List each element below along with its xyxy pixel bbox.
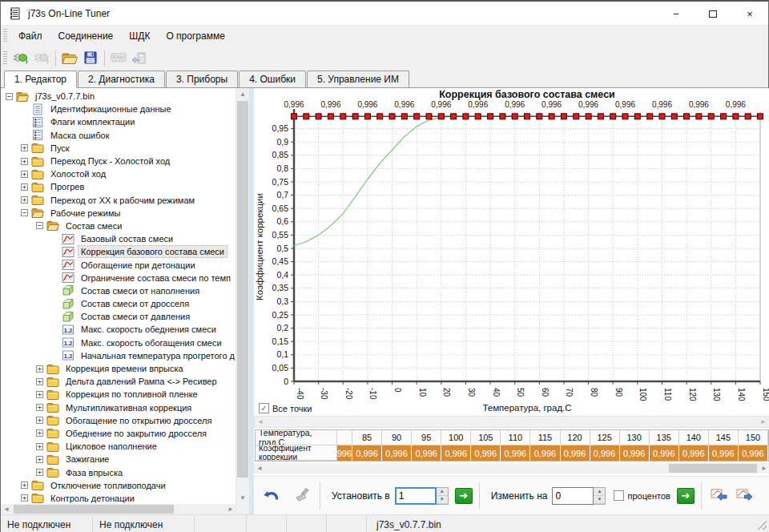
tree-item-label[interactable]: Обогащение по открытию дросселя [63, 415, 214, 426]
tree-item[interactable]: Ограничение состава смеси по темп [1, 272, 236, 284]
tree-item[interactable]: +Фаза впрыска [1, 466, 236, 478]
tree-item[interactable]: −j73s_v0.7.7.bin [1, 90, 236, 103]
save-file-button[interactable] [80, 49, 101, 68]
expand-icon[interactable]: + [21, 171, 28, 178]
tree-item[interactable]: Базовый состав смеси [1, 232, 236, 245]
tree-item-label[interactable]: Переход от ХХ к рабочим режимам [48, 195, 197, 206]
tree-item[interactable]: +Обеднение по закрытию дросселя [1, 427, 236, 440]
table-cell[interactable]: 0,996 [471, 445, 501, 461]
maximize-button[interactable] [695, 2, 731, 26]
tree-item[interactable]: Состав смеси от давления [1, 310, 236, 323]
all-points-checkbox[interactable]: ✓ Все точки [259, 403, 312, 413]
collapse-icon[interactable]: − [6, 93, 13, 100]
tree-item-label[interactable]: Дельта давлений Рампа <-> Ресивер [63, 376, 219, 387]
expand-icon[interactable]: + [36, 443, 43, 450]
tree-vertical-scrollbar[interactable]: ▲ ▼ [236, 88, 249, 514]
scroll-right-icon[interactable]: ► [759, 463, 769, 474]
spin-down-icon[interactable]: ▼ [594, 496, 605, 504]
checkbox-checked-icon[interactable]: ✓ [259, 403, 269, 413]
change-by-input[interactable] [552, 487, 594, 505]
menu-item-2[interactable]: ШДК [121, 27, 158, 45]
expand-icon[interactable]: + [21, 183, 28, 191]
tree-item[interactable]: +Прогрев [1, 180, 236, 193]
scroll-left-icon[interactable]: ◄ [255, 417, 266, 427]
table-cell[interactable]: 0,996 [561, 445, 590, 461]
tab-5[interactable]: 5. Управление ИМ [307, 71, 409, 87]
tree-item-label[interactable]: Состав смеси [63, 220, 124, 232]
tree-item-label[interactable]: Идентификационные данные [48, 103, 174, 115]
tree-item[interactable]: +Контроль детонации [1, 492, 236, 504]
tab-3[interactable]: 3. Приборы [166, 71, 238, 87]
expand-icon[interactable]: + [36, 469, 43, 476]
tree-item-label[interactable]: Зажигание [63, 453, 112, 465]
tree-item[interactable]: Маска ошибок [1, 129, 236, 142]
tree-item[interactable]: 1.2Начальная температура прогретого д [1, 349, 236, 362]
tree-item[interactable]: Состав смеси от дросселя [1, 297, 236, 310]
table-cell[interactable]: 0,996 [709, 445, 739, 461]
tree-item-label[interactable]: Маска ошибок [48, 130, 111, 141]
tree-item[interactable]: +Дельта давлений Рампа <-> Ресивер [1, 375, 236, 388]
expand-icon[interactable]: + [21, 494, 28, 502]
table-cell-clipped[interactable]: 0,996 [337, 445, 352, 461]
spin-down-icon[interactable]: ▼ [437, 496, 448, 504]
menu-item-1[interactable]: Соединение [50, 27, 122, 45]
tree-item-label[interactable]: Отключение топливоподачи [48, 480, 168, 491]
scroll-left-icon[interactable]: ◄ [1, 504, 12, 514]
expand-icon[interactable]: + [36, 391, 43, 398]
tree-item-label[interactable]: Коррекция по топливной пленке [63, 389, 200, 400]
tree-item-label[interactable]: Рабочие режимы [48, 208, 123, 219]
table-cell[interactable]: 0,996 [412, 445, 441, 461]
spin-up-icon[interactable]: ▲ [437, 488, 448, 496]
tree-horizontal-scrollbar[interactable]: ◄ ► [1, 504, 236, 514]
tree-hscroll-thumb[interactable] [14, 505, 174, 514]
tree-item[interactable]: 1.2Макс. скорость обеднения смеси [1, 323, 236, 336]
expand-icon[interactable]: + [21, 482, 28, 489]
spin-up-icon[interactable]: ▲ [594, 488, 605, 496]
tree-item-label[interactable]: Обеднение по закрытию дросселя [63, 428, 209, 439]
collapse-icon[interactable]: − [21, 209, 28, 216]
table-cell[interactable]: 0,996 [352, 445, 382, 461]
tree-item-label[interactable]: Флаги комплектации [48, 116, 137, 127]
tree-item-label[interactable]: Пуск [48, 143, 72, 154]
tree-item[interactable]: +Мультипликативная коррекция [1, 401, 236, 414]
tree-item-label[interactable]: Состав смеси от наполнения [79, 285, 202, 296]
percent-checkbox[interactable]: процентов [614, 490, 670, 501]
tree-item[interactable]: +Пуск [1, 142, 236, 155]
expand-icon[interactable]: + [21, 144, 28, 151]
import-curve-button[interactable] [708, 486, 731, 506]
tree-item[interactable]: Обогащение при детонации [1, 258, 236, 271]
tree-item[interactable]: Состав смеси от наполнения [1, 284, 236, 297]
undo-button[interactable] [260, 486, 283, 506]
tree-item[interactable]: Коррекция базового состава смеси [1, 245, 236, 258]
table-cell[interactable]: 0,996 [501, 445, 530, 461]
collapse-icon[interactable]: − [36, 222, 43, 229]
tree-item[interactable]: +Отключение топливоподачи [1, 479, 236, 492]
tree-item[interactable]: +Коррекция по топливной пленке [1, 388, 236, 401]
tree-item-label[interactable]: Холостой ход [48, 168, 108, 179]
tree-item-label[interactable]: Ограничение состава смеси по темп [79, 272, 233, 284]
tree-item[interactable]: −Состав смеси [1, 220, 236, 232]
connect-button[interactable] [10, 49, 31, 68]
tree-item[interactable]: 1.2Макс. скорость обогащения смеси [1, 337, 236, 349]
apply-set-button[interactable]: ➔ [455, 488, 473, 504]
checkbox-unchecked-icon[interactable] [614, 490, 624, 501]
tree-item-label[interactable]: Цикловое наполнение [63, 441, 159, 452]
table-hscroll-thumb[interactable] [669, 464, 757, 473]
tree-item[interactable]: +Обогащение по открытию дросселя [1, 414, 236, 427]
tree-item-label[interactable]: Переход Пуск - Холостой ход [48, 155, 172, 167]
tree-item-label[interactable]: Макс. скорость обеднения смеси [79, 324, 219, 335]
expand-icon[interactable]: + [36, 429, 43, 437]
set-to-input[interactable] [395, 487, 437, 505]
table-cell[interactable]: 0,996 [620, 445, 650, 461]
scroll-up-icon[interactable]: ▲ [236, 88, 249, 100]
tree-item[interactable]: −Рабочие режимы [1, 207, 236, 220]
tree-item[interactable]: +Переход Пуск - Холостой ход [1, 155, 236, 167]
minimize-button[interactable]: − [658, 2, 695, 26]
table-cell[interactable]: 0,996 [739, 445, 768, 461]
expand-icon[interactable]: + [36, 456, 43, 463]
tab-4[interactable]: 4. Ошибки [239, 71, 306, 87]
tree-item-label[interactable]: Макс. скорость обогащения смеси [79, 337, 224, 349]
tree-item-label[interactable]: Состав смеси от давления [79, 311, 192, 322]
table-cell[interactable]: 0,996 [382, 445, 412, 461]
tree-item-label[interactable]: Коррекция времени впрыска [63, 363, 186, 374]
